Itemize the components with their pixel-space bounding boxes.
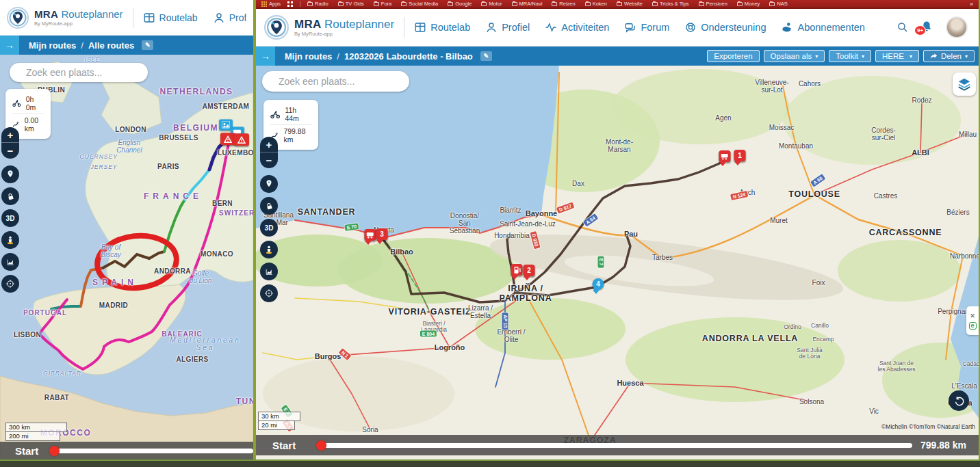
right-map-toolbar: + − 3D (260, 137, 278, 302)
elevation-chart-button[interactable] (260, 263, 278, 280)
apps-grid-icon (261, 1, 267, 7)
notifications-bell[interactable]: 9+ (920, 20, 935, 35)
left-map[interactable]: ISLEDUBLINNETHERLANDSAMSTERDAMLONDONBELG… (0, 55, 253, 459)
bookmark-item[interactable]: Pensioen (699, 1, 727, 7)
elevation-chart-button[interactable] (1, 253, 19, 271)
folder-icon (552, 2, 557, 6)
menu-profiel[interactable]: Profiel (213, 12, 246, 24)
zoom-in-button[interactable]: + (260, 137, 278, 152)
streetview-button[interactable] (260, 241, 278, 258)
breadcrumb-route-name[interactable]: 12032026 Labourdette - Bilbao (344, 51, 473, 62)
bookmark-item[interactable]: Radio (307, 1, 328, 7)
layers-icon (957, 77, 972, 92)
search-input[interactable] (25, 66, 151, 79)
folder-icon (448, 2, 453, 6)
locate-button[interactable] (260, 175, 278, 193)
menu-routelab[interactable]: Routelab (414, 21, 470, 34)
bookmark-item[interactable]: Fora (374, 1, 391, 7)
waypoint-marker-3[interactable]: 3 (376, 228, 388, 240)
fuel-poi-marker[interactable] (511, 264, 523, 276)
zoom-out-button[interactable]: − (260, 152, 278, 168)
warning-poi-marker[interactable] (220, 133, 235, 145)
menu-forum[interactable]: Forum (624, 21, 669, 34)
save-as-button[interactable]: Opslaan als▾ (764, 50, 825, 62)
stat-duration: 11h 44m (270, 104, 311, 124)
activity-icon (545, 21, 557, 34)
apps-launcher-icon[interactable] (287, 1, 293, 7)
bookmark-item[interactable]: MRA/Navi (512, 1, 543, 7)
zoom-out-button[interactable]: − (1, 143, 19, 159)
camper-poi-marker[interactable] (365, 229, 376, 241)
bookmarks-overflow-chevron[interactable]: » (970, 1, 973, 8)
pegman-icon (264, 245, 274, 254)
search-icon[interactable] (897, 21, 909, 34)
waypoint-marker-4[interactable]: 4 (593, 278, 604, 290)
left-breadcrumb-bar: → Mijn routes / Alle routes ✎ (0, 36, 253, 55)
bookmark-item[interactable]: Koken (585, 1, 607, 7)
user-avatar[interactable] (946, 16, 968, 38)
breadcrumb-page[interactable]: Alle routes (88, 40, 134, 51)
compass-button[interactable] (260, 284, 278, 302)
right-app-header: MRA Routeplanner By MyRoute-app Routelab… (256, 9, 979, 46)
waypoint-marker-1[interactable]: 1 (734, 150, 746, 161)
lock-button[interactable] (260, 197, 278, 215)
zoom-control: + − (1, 127, 19, 159)
left-sidebar-toggle[interactable]: → (0, 36, 19, 55)
export-button[interactable]: Exporteren (707, 50, 759, 62)
lock-button[interactable] (1, 187, 19, 205)
camper-poi-marker[interactable] (719, 150, 731, 162)
bookmark-item[interactable]: Money (737, 1, 760, 7)
undo-icon (954, 396, 964, 406)
folder-icon (481, 2, 487, 6)
locate-button[interactable] (1, 165, 19, 183)
compass-button[interactable] (1, 275, 19, 293)
bottom-edge-strip (0, 459, 980, 467)
edit-route-name-icon[interactable]: ✎ (142, 40, 153, 50)
bookmark-item[interactable]: Reizen (552, 1, 575, 7)
undo-button[interactable] (949, 390, 969, 411)
bookmark-item[interactable]: Google (448, 1, 472, 7)
warning-poi-marker[interactable] (234, 133, 249, 146)
3d-button[interactable]: 3D (260, 219, 278, 237)
bookmark-item[interactable]: Social Media (401, 1, 438, 7)
menu-ondersteuning[interactable]: Ondersteuning (684, 21, 766, 34)
toolkit-button[interactable]: Toolkit▾ (829, 50, 871, 62)
share-button[interactable]: Delen▾ (923, 50, 975, 62)
bookmark-item[interactable]: NAS (769, 1, 787, 7)
3d-button[interactable]: 3D (1, 209, 19, 227)
bookmark-item[interactable]: Website (617, 1, 643, 7)
menu-activiteiten[interactable]: Activiteiten (545, 21, 609, 34)
slider-track[interactable] (57, 449, 253, 453)
bookmark-item[interactable]: Tricks & Tips (652, 1, 689, 7)
right-sidebar-toggle[interactable]: → (256, 46, 275, 66)
breadcrumb-section[interactable]: Mijn routes (285, 51, 332, 62)
layers-button[interactable] (953, 72, 976, 96)
breadcrumb-section[interactable]: Mijn routes (29, 40, 76, 51)
bookmark-item[interactable]: Motor (481, 1, 502, 7)
slider-handle[interactable] (49, 446, 60, 456)
edit-route-name-icon[interactable]: ✎ (480, 51, 492, 61)
menu-profiel[interactable]: Profiel (485, 21, 530, 34)
slider-track[interactable] (324, 443, 912, 448)
right-brand[interactable]: MRA Routeplanner By MyRoute-app (264, 15, 394, 40)
slider-handle[interactable] (316, 440, 326, 451)
mra-logo-icon (264, 15, 289, 40)
menu-abonnementen[interactable]: Abonnementen (781, 21, 864, 34)
waypoint-marker-2[interactable]: 2 (524, 265, 535, 276)
forum-icon (624, 21, 636, 34)
route-map[interactable]: Villeneuve- sur-LotCahorsRodezAgenMoissa… (256, 66, 979, 459)
search-input[interactable] (277, 75, 404, 88)
streetview-button[interactable] (1, 231, 19, 249)
left-brand[interactable]: MRA Routeplanner By MyRoute-app (7, 7, 123, 29)
apps-bookmark[interactable]: Apps (261, 1, 281, 7)
map-edge-widget[interactable]: ✕ e (966, 306, 979, 335)
map-provider-select[interactable]: HERE▾ (875, 50, 919, 62)
menu-routelab[interactable]: Routelab (143, 12, 198, 24)
zoom-in-button[interactable]: + (1, 127, 19, 143)
bookmark-folders: RadioTV GidsForaSocial MediaGoogleMotorM… (307, 1, 788, 7)
folder-icon (652, 2, 658, 6)
close-icon[interactable]: ✕ (970, 312, 975, 319)
bookmark-item[interactable]: TV Gids (338, 1, 364, 7)
camper-icon (721, 152, 729, 161)
zoom-control: + − (260, 137, 278, 168)
